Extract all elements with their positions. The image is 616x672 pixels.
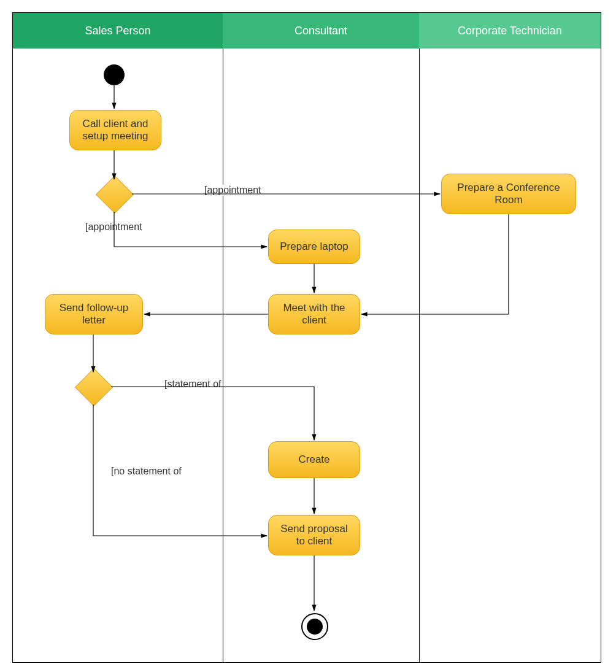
decision-2 [75, 368, 113, 406]
activity-create: Create [268, 441, 360, 478]
edge-label-appointment-1: [appointment [203, 185, 263, 196]
activity-prepare-conf: Prepare a Conference Room [441, 174, 576, 214]
swimlane-header: Sales Person Consultant Corporate Techni… [13, 13, 601, 48]
activity-meet-client: Meet with the client [268, 294, 360, 334]
lane-divider [223, 48, 223, 662]
swimlane-body: Call client and setup meeting Prepare a … [13, 48, 601, 662]
edge-label-appointment-2: [appointment [84, 222, 144, 233]
lane-header-consultant: Consultant [223, 13, 419, 48]
start-node [104, 64, 125, 85]
activity-call-client: Call client and setup meeting [69, 110, 161, 150]
lane-divider [419, 48, 420, 662]
decision-1 [96, 176, 134, 214]
activity-diagram: Sales Person Consultant Corporate Techni… [12, 12, 601, 663]
activity-send-proposal: Send proposal to client [268, 515, 360, 555]
edge-label-no-statement: [no statement of [110, 466, 183, 477]
lane-header-technician: Corporate Technician [419, 13, 601, 48]
end-node [301, 613, 328, 640]
activity-follow-up: Send follow-up letter [45, 294, 143, 334]
lane-header-sales: Sales Person [13, 13, 223, 48]
activity-prepare-laptop: Prepare laptop [268, 230, 360, 264]
edge-label-statement: [statement of [163, 379, 223, 390]
end-node-inner [307, 619, 323, 635]
